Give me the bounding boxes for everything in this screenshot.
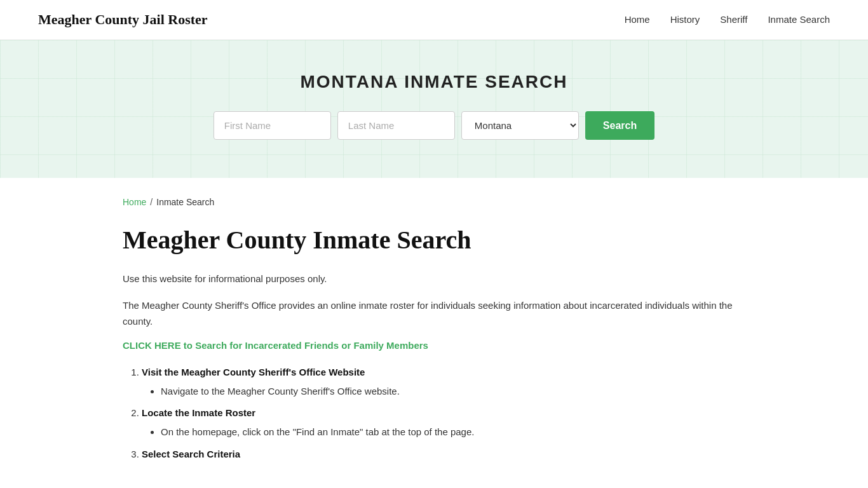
sub-item-2-1: On the homepage, click on the "Find an I… [161, 424, 745, 440]
page-title: Meagher County Inmate Search [123, 225, 745, 255]
click-here-link[interactable]: CLICK HERE to Search for Incarcerated Fr… [123, 340, 428, 351]
sub-list-1: Navigate to the Meagher County Sheriff's… [142, 383, 745, 400]
sub-item-1-1: Navigate to the Meagher County Sheriff's… [161, 383, 745, 400]
last-name-input[interactable] [337, 111, 455, 140]
intro-para-1: Use this website for informational purpo… [123, 271, 745, 287]
breadcrumb: Home / Inmate Search [123, 197, 745, 207]
instruction-label-2: Locate the Inmate Roster [142, 407, 255, 418]
site-header: Meagher County Jail Roster Home History … [0, 0, 868, 40]
site-title[interactable]: Meagher County Jail Roster [38, 11, 208, 28]
breadcrumb-current: Inmate Search [156, 197, 214, 207]
hero-title: MONTANA INMATE SEARCH [13, 72, 855, 92]
hero-banner: MONTANA INMATE SEARCH MontanaAlabamaAlas… [0, 40, 868, 178]
nav-item-home[interactable]: Home [625, 14, 650, 25]
sub-list-2: On the homepage, click on the "Find an I… [142, 424, 745, 440]
main-content: Home / Inmate Search Meagher County Inma… [85, 178, 783, 488]
search-form: MontanaAlabamaAlaskaArizonaArkansasCalif… [13, 111, 855, 140]
nav-link-inmate-search[interactable]: Inmate Search [768, 14, 830, 25]
first-name-input[interactable] [214, 111, 331, 140]
breadcrumb-home-link[interactable]: Home [123, 197, 146, 207]
instructions-list: Visit the Meagher County Sheriff's Offic… [123, 363, 745, 463]
intro-para-2: The Meagher County Sheriff's Office prov… [123, 297, 745, 330]
nav-link-sheriff[interactable]: Sheriff [720, 14, 747, 25]
nav-item-history[interactable]: History [670, 14, 700, 25]
instruction-label-3: Select Search Criteria [142, 449, 240, 459]
breadcrumb-separator: / [150, 197, 153, 207]
instruction-item-2: Locate the Inmate Roster On the homepage… [142, 404, 745, 440]
nav-links: Home History Sheriff Inmate Search [625, 14, 830, 25]
instruction-label-1: Visit the Meagher County Sheriff's Offic… [142, 367, 365, 377]
search-button[interactable]: Search [585, 111, 654, 140]
state-select[interactable]: MontanaAlabamaAlaskaArizonaArkansasCalif… [461, 111, 579, 140]
nav-link-history[interactable]: History [670, 14, 700, 25]
nav-item-inmate-search[interactable]: Inmate Search [768, 14, 830, 25]
nav-item-sheriff[interactable]: Sheriff [720, 14, 747, 25]
instruction-item-1: Visit the Meagher County Sheriff's Offic… [142, 363, 745, 400]
nav-link-home[interactable]: Home [625, 14, 650, 25]
instruction-item-3: Select Search Criteria [142, 445, 745, 463]
main-nav: Home History Sheriff Inmate Search [625, 14, 830, 25]
